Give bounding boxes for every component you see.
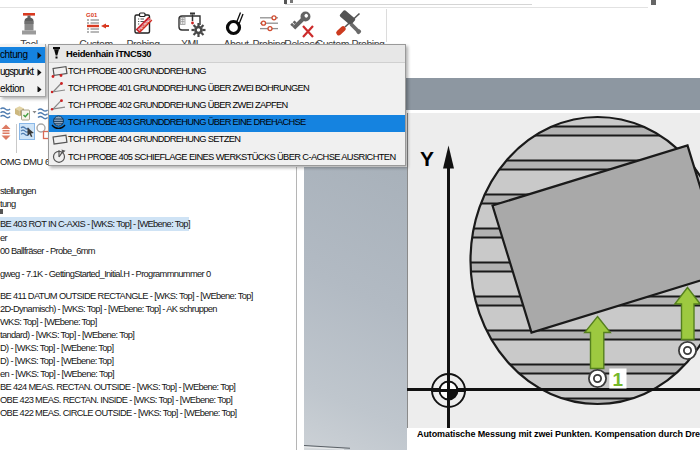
svg-text:PROBING: PROBING <box>138 17 153 32</box>
svg-text:G01: G01 <box>86 12 98 18</box>
svg-text:1: 1 <box>612 368 623 389</box>
svg-text:Y: Y <box>420 147 434 170</box>
